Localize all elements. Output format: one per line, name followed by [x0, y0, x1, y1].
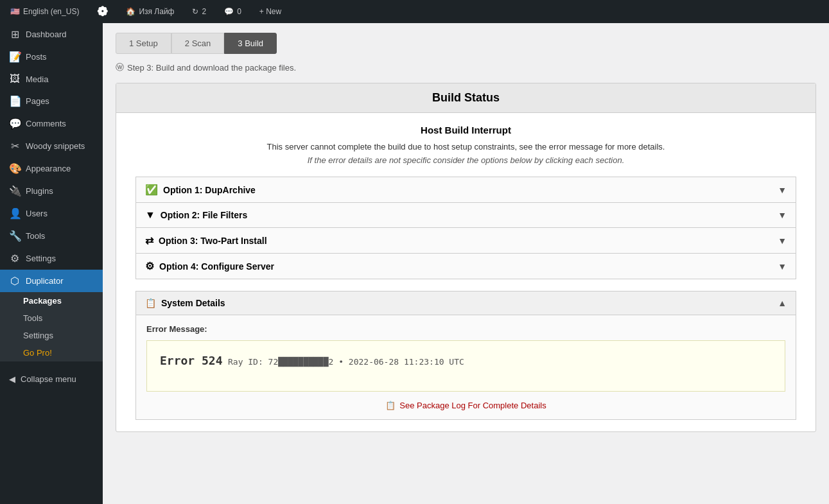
sidebar-label-dashboard: Dashboard — [26, 30, 67, 39]
file-filters-icon: ▼ — [145, 209, 155, 221]
sidebar-label-users: Users — [26, 209, 48, 218]
option-duparchive-label: Option 1: DupArchive — [163, 185, 256, 195]
chevron-down-icon-3: ▼ — [778, 236, 787, 246]
build-card-title: Build Status — [116, 83, 816, 113]
see-log-link[interactable]: 📋 See Package Log For Complete Details — [146, 401, 785, 410]
duplicator-submenu: Packages Tools Settings Go Pro! — [0, 292, 103, 361]
host-interrupt-desc: This server cannot complete the build du… — [135, 142, 796, 152]
sidebar-label-comments: Comments — [26, 119, 66, 128]
pages-icon: 📄 — [9, 95, 21, 107]
step-desc-text: Step 3: Build and download the package f… — [127, 63, 296, 73]
settings-icon: ⚙ — [9, 252, 21, 265]
collapse-icon: ◀ — [9, 374, 15, 384]
option-duparchive[interactable]: ✅ Option 1: DupArchive ▼ — [135, 177, 796, 202]
tab-scan[interactable]: 2 Scan — [171, 33, 224, 54]
sidebar-item-users[interactable]: 👤 Users — [0, 202, 103, 225]
collapse-label: Collapse menu — [21, 374, 76, 384]
collapse-menu-button[interactable]: ◀ Collapse menu — [0, 368, 103, 390]
option-two-part[interactable]: ⇄ Option 3: Two-Part Install ▼ — [135, 227, 796, 253]
system-details-header[interactable]: 📋 System Details ▲ — [136, 291, 796, 315]
system-details-body: Error Message: Error 524 Ray ID: 72█████… — [136, 315, 796, 419]
submenu-item-tools[interactable]: Tools — [0, 309, 103, 327]
sidebar-item-woody-snippets[interactable]: ✂ Woody snippets — [0, 135, 103, 157]
sidebar-item-dashboard[interactable]: ⊞ Dashboard — [0, 23, 103, 46]
sidebar-label-settings: Settings — [26, 254, 56, 263]
option-file-filters[interactable]: ▼ Option 2: File Filters ▼ — [135, 202, 796, 227]
sidebar-label-media: Media — [26, 74, 48, 84]
sidebar-label-appearance: Appearance — [26, 164, 71, 173]
woody-icon: ✂ — [9, 140, 21, 152]
duplicator-icon: ⬡ — [9, 275, 21, 287]
error-large: Error 524 — [160, 354, 223, 367]
log-icon: 📋 — [385, 401, 396, 410]
adminbar-updates[interactable]: ↻ 2 — [188, 0, 210, 23]
adminbar-wp[interactable]: ❁ — [93, 0, 112, 23]
error-detail: Ray ID: 72██████████2 • 2022-06-28 11:23… — [228, 357, 464, 367]
sidebar-label-pages: Pages — [26, 96, 49, 106]
duparchive-icon: ✅ — [145, 184, 158, 196]
sidebar-item-appearance[interactable]: 🎨 Appearance — [0, 157, 103, 180]
option-configure-label: Option 4: Configure Server — [159, 261, 274, 272]
users-icon: 👤 — [9, 207, 21, 220]
adminbar-new[interactable]: + New — [256, 0, 285, 23]
content-area: 1 Setup 2 Scan 3 Build ⓦ Step 3: Build a… — [103, 23, 829, 504]
dashboard-icon: ⊞ — [9, 28, 21, 40]
system-details-section: 📋 System Details ▲ Error Message: Error … — [135, 291, 796, 420]
tools-icon: 🔧 — [9, 230, 21, 242]
sidebar-label-duplicator: Duplicator — [26, 276, 64, 286]
updates-count: 2 — [202, 7, 206, 16]
host-interrupt-title: Host Build Interrupt — [135, 125, 796, 135]
submenu-item-packages[interactable]: Packages — [0, 292, 103, 309]
system-details-title: System Details — [161, 298, 225, 308]
adminbar-flag[interactable]: 🇺🇸 English (en_US) — [6, 0, 83, 23]
step-desc-icon: ⓦ — [116, 62, 124, 73]
flag-icon: 🇺🇸 — [10, 7, 20, 16]
configure-icon: ⚙ — [145, 260, 154, 272]
home-icon: 🏠 — [126, 7, 135, 16]
wp-icon: ❁ — [97, 4, 108, 19]
option-two-part-label: Option 3: Two-Part Install — [159, 236, 267, 246]
sidebar-item-tools[interactable]: 🔧 Tools — [0, 225, 103, 247]
posts-icon: 📝 — [9, 51, 21, 63]
host-interrupt-note: If the error details are not specific co… — [135, 155, 796, 165]
system-details-icon: 📋 — [145, 298, 156, 308]
option-file-filters-label: Option 2: File Filters — [161, 210, 247, 220]
sidebar-item-comments[interactable]: 💬 Comments — [0, 112, 103, 135]
chevron-down-icon: ▼ — [778, 185, 787, 195]
error-box: Error 524 Ray ID: 72██████████2 • 2022-0… — [146, 340, 785, 392]
submenu-item-settings[interactable]: Settings — [0, 327, 103, 344]
comments-icon: 💬 — [224, 7, 234, 16]
option-configure-server[interactable]: ⚙ Option 4: Configure Server ▼ — [135, 253, 796, 279]
build-status-card: Build Status Host Build Interrupt This s… — [116, 83, 816, 432]
tab-setup[interactable]: 1 Setup — [116, 33, 171, 54]
sidebar-item-settings[interactable]: ⚙ Settings — [0, 247, 103, 270]
new-label: + New — [259, 7, 281, 16]
appearance-icon: 🎨 — [9, 162, 21, 175]
chevron-down-icon-4: ▼ — [778, 261, 787, 272]
log-link-text: See Package Log For Complete Details — [399, 401, 546, 410]
sidebar-item-posts[interactable]: 📝 Posts — [0, 46, 103, 68]
submenu-item-gopro[interactable]: Go Pro! — [0, 344, 103, 361]
main-layout: ⊞ Dashboard 📝 Posts 🖼 Media 📄 Pages 💬 Co… — [0, 23, 829, 504]
step-tabs: 1 Setup 2 Scan 3 Build — [116, 33, 816, 54]
sidebar-item-plugins[interactable]: 🔌 Plugins — [0, 180, 103, 202]
admin-bar: 🇺🇸 English (en_US) ❁ 🏠 Изя Лайф ↻ 2 💬 0 … — [0, 0, 829, 23]
sidebar-label-woody: Woody snippets — [26, 141, 85, 151]
sidebar-label-tools: Tools — [26, 231, 45, 241]
comments-count: 0 — [237, 7, 241, 16]
sidebar-item-duplicator[interactable]: ⬡ Duplicator — [0, 270, 103, 292]
comments-menu-icon: 💬 — [9, 117, 21, 130]
locale-label: English (en_US) — [23, 7, 79, 16]
updates-icon: ↻ — [192, 7, 198, 16]
two-part-icon: ⇄ — [145, 234, 153, 247]
sidebar: ⊞ Dashboard 📝 Posts 🖼 Media 📄 Pages 💬 Co… — [0, 23, 103, 504]
sidebar-label-plugins: Plugins — [26, 186, 53, 196]
sidebar-item-media[interactable]: 🖼 Media — [0, 68, 103, 90]
adminbar-comments[interactable]: 💬 0 — [220, 0, 245, 23]
step-description: ⓦ Step 3: Build and download the package… — [116, 62, 816, 73]
build-card-body: Host Build Interrupt This server cannot … — [116, 113, 816, 431]
sidebar-item-pages[interactable]: 📄 Pages — [0, 90, 103, 112]
plugins-icon: 🔌 — [9, 185, 21, 197]
tab-build[interactable]: 3 Build — [224, 33, 277, 54]
adminbar-site[interactable]: 🏠 Изя Лайф — [122, 0, 178, 23]
